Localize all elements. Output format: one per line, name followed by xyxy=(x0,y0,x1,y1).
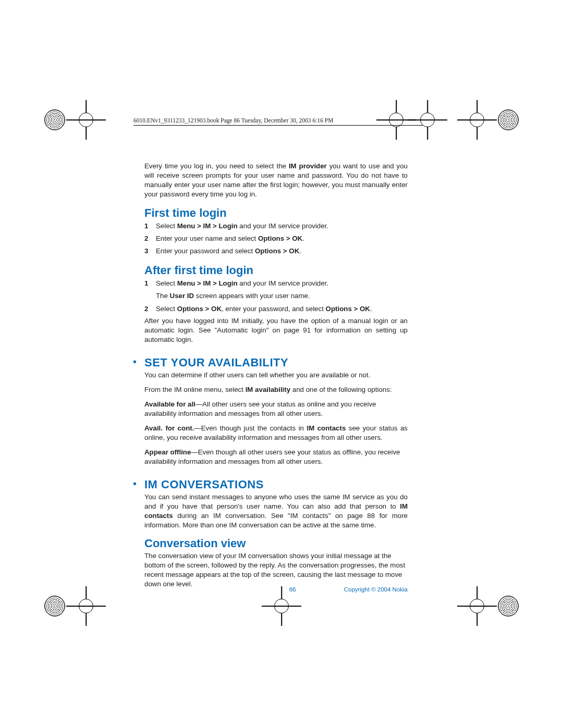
text: . xyxy=(370,305,372,313)
heading-conversation-view: Conversation view xyxy=(144,537,408,550)
text: , enter your password, and select xyxy=(222,305,326,313)
text: Every time you log in, you need to selec… xyxy=(144,162,289,170)
page-number: 86 xyxy=(289,586,296,593)
step-row: 2 Select Options > OK, enter your passwo… xyxy=(144,304,408,314)
bold-term: Options > OK xyxy=(326,305,370,313)
crop-cross-icon xyxy=(467,109,487,130)
option-paragraph: Avail. for cont.—Even though just the co… xyxy=(144,424,408,442)
text: You can send instant messages to anyone … xyxy=(144,493,408,510)
crop-cross-icon xyxy=(76,596,96,616)
paragraph: The conversation view of your IM convers… xyxy=(144,551,408,589)
option-paragraph: Available for all—All other users see yo… xyxy=(144,400,408,418)
crop-cross-icon xyxy=(76,109,96,130)
paragraph: You can send instant messages to anyone … xyxy=(144,492,408,530)
step-row: 2 Enter your user name and select Option… xyxy=(144,233,408,244)
step-number: 2 xyxy=(144,233,156,244)
paragraph: You can determine if other users can tel… xyxy=(144,371,408,380)
text: . xyxy=(299,247,301,255)
text: Enter your password and select xyxy=(156,247,255,255)
step-substep: The User ID screen appears with your use… xyxy=(156,291,408,301)
text: and one of the following options: xyxy=(290,386,391,393)
bold-term: Options > OK xyxy=(177,305,222,313)
crop-cross-icon xyxy=(467,596,487,616)
bold-term: Menu > IM > Login xyxy=(177,222,238,230)
crop-texture-icon xyxy=(44,596,65,616)
text: Select xyxy=(156,222,177,230)
bold-term: Options > OK xyxy=(255,247,299,255)
step-body: Select Menu > IM > Login and your IM ser… xyxy=(156,278,408,289)
step-body: Select Options > OK, enter your password… xyxy=(156,304,408,314)
step-body: Enter your user name and select Options … xyxy=(156,233,408,244)
crop-cross-icon xyxy=(271,596,292,616)
option-paragraph: Appear offline—Even though all other use… xyxy=(144,448,408,466)
heading-after-first-login: After first time login xyxy=(144,264,408,277)
text: during an IM conversation. See "IM conta… xyxy=(144,512,408,529)
crop-texture-icon xyxy=(44,109,65,130)
bullet-icon: • xyxy=(133,356,137,367)
text: Select xyxy=(156,279,177,287)
page-content: Every time you log in, you need to selec… xyxy=(144,162,408,581)
bold-term: Available for all xyxy=(144,400,195,408)
step-row: 1 Select Menu > IM > Login and your IM s… xyxy=(144,278,408,289)
bold-term: IM contacts xyxy=(307,424,346,432)
paragraph: After you have logged into IM initially,… xyxy=(144,316,408,344)
copyright-text: Copyright © 2004 Nokia xyxy=(344,586,408,593)
step-row: 1 Select Menu > IM > Login and your IM s… xyxy=(144,221,408,231)
text: screen appears with your user name. xyxy=(194,292,310,300)
bold-term: Avail. for cont. xyxy=(144,424,194,432)
step-body: Enter your password and select Options >… xyxy=(156,246,408,256)
bullet-icon: • xyxy=(133,478,137,489)
text: The xyxy=(156,292,170,300)
paragraph: From the IM online menu, select IM avail… xyxy=(144,385,408,394)
step-number: 1 xyxy=(144,278,156,289)
bold-term: User ID xyxy=(170,292,194,300)
bold-term: Options > OK xyxy=(258,235,302,242)
text: and your IM service provider. xyxy=(238,279,328,287)
step-number: 3 xyxy=(144,246,156,256)
text: Enter your user name and select xyxy=(156,235,258,242)
step-row: 3 Enter your password and select Options… xyxy=(144,246,408,256)
step-number: 2 xyxy=(144,304,156,314)
text: From the IM online menu, select xyxy=(144,386,246,393)
intro-paragraph: Every time you log in, you need to selec… xyxy=(144,162,408,199)
text: —Even though just the contacts in xyxy=(194,424,307,432)
crop-texture-icon xyxy=(498,109,519,130)
heading-set-availability: SET YOUR AVAILABILITY xyxy=(144,356,408,369)
page-header-meta: 6010.ENv1_9311233_121903.book Page 86 Tu… xyxy=(133,117,423,126)
bold-term: Appear offline xyxy=(144,448,191,456)
step-number: 1 xyxy=(144,221,156,231)
text: . xyxy=(302,235,304,242)
bold-term: Menu > IM > Login xyxy=(177,279,238,287)
text: and your IM service provider. xyxy=(238,222,328,230)
heading-first-time-login: First time login xyxy=(144,206,408,220)
bold-term: IM provider xyxy=(289,162,327,170)
bold-term: IM availability xyxy=(246,386,290,393)
text: Select xyxy=(156,305,177,313)
step-body: Select Menu > IM > Login and your IM ser… xyxy=(156,221,408,231)
crop-texture-icon xyxy=(498,596,519,616)
heading-im-conversations: IM CONVERSATIONS xyxy=(144,478,408,491)
